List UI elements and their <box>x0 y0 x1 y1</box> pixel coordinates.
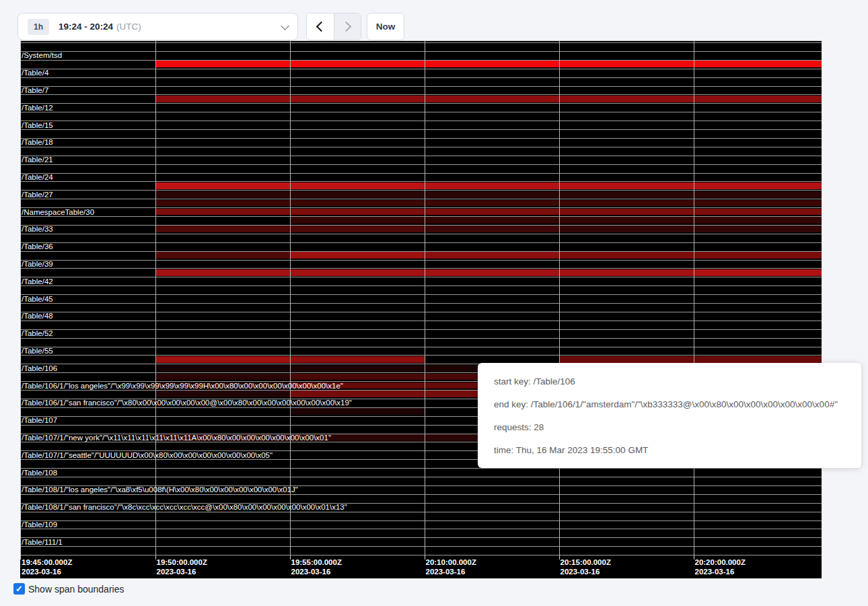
row-label: /Table/4 <box>22 69 48 77</box>
chevron-left-icon <box>316 22 327 32</box>
span-boundary-line <box>20 312 822 312</box>
heat-band <box>560 269 694 276</box>
heat-band <box>560 356 694 363</box>
heat-band <box>694 200 822 207</box>
time-range-nav <box>306 13 361 40</box>
span-boundary-line <box>20 86 822 87</box>
x-axis-tick <box>425 556 425 560</box>
next-range-button[interactable] <box>334 13 361 40</box>
span-boundary-line <box>20 321 822 321</box>
row-label: /Table/108/1/"san francisco"/"\x8c\xcc\x… <box>22 503 347 512</box>
row-label: /Table/107 <box>22 416 57 425</box>
span-boundary-line <box>20 156 822 156</box>
plot-left-edge <box>20 41 21 556</box>
now-button[interactable]: Now <box>367 13 404 40</box>
tooltip-line: requests: 28 <box>494 420 845 434</box>
heat-band <box>425 182 559 189</box>
span-boundary-line <box>20 42 822 43</box>
heat-band <box>156 356 290 363</box>
x-axis-label: 19:55:00.000Z 2023-03-16 <box>291 558 342 576</box>
time-range-label: 19:24 - 20:24 <box>59 22 113 32</box>
heat-band <box>560 226 694 232</box>
x-axis-tick <box>694 556 694 560</box>
span-boundary-line <box>20 294 822 295</box>
row-label: /Table/108 <box>22 469 57 477</box>
span-boundary-line <box>20 529 822 529</box>
heat-band <box>291 391 425 397</box>
heat-band <box>156 391 290 397</box>
x-axis-tick <box>20 556 21 560</box>
heat-band <box>156 191 290 198</box>
chevron-right-icon <box>340 22 351 32</box>
time-gridline <box>694 41 694 556</box>
span-boundary-line <box>20 138 822 139</box>
span-boundary-line <box>20 347 822 347</box>
heat-band <box>291 408 425 415</box>
heat-band <box>156 96 290 102</box>
row-label: /Table/48 <box>22 312 53 321</box>
span-boundary-line <box>20 546 822 547</box>
show-span-boundaries-checkbox[interactable]: ✓ <box>13 583 25 595</box>
x-axis-label: 20:10:00.000Z 2023-03-16 <box>426 558 476 576</box>
row-label: /Table/55 <box>22 347 53 356</box>
time-range-dropdown[interactable]: 1h 19:24 - 20:24 (UTC) <box>17 13 298 40</box>
span-boundaries-toggle: ✓ Show span boundaries <box>13 583 124 595</box>
heat-band <box>694 209 822 215</box>
span-boundary-line <box>20 260 822 261</box>
span-boundary-line <box>20 216 822 217</box>
time-gridline <box>290 41 291 556</box>
span-boundary-line <box>20 60 822 61</box>
row-label: /System/tsd <box>22 51 62 60</box>
heat-band <box>156 252 290 259</box>
heat-band <box>291 191 425 198</box>
heat-band <box>694 217 822 224</box>
heat-band <box>156 209 290 215</box>
row-label: /Table/107/1/"seattle"/"UUUUUUD\x00\x80\… <box>22 451 273 460</box>
heat-band <box>156 182 290 189</box>
heat-band <box>694 226 822 232</box>
heat-band <box>291 217 425 224</box>
heat-band <box>560 182 694 189</box>
heat-band <box>425 252 559 259</box>
time-gridline <box>559 41 560 556</box>
span-boundary-line <box>20 268 822 269</box>
heat-band <box>694 61 822 67</box>
prev-range-button[interactable] <box>307 13 334 40</box>
row-label: /Table/18 <box>22 138 53 147</box>
heat-band <box>291 374 425 380</box>
span-boundary-line <box>20 103 822 104</box>
span-boundary-line <box>20 285 822 286</box>
heat-band <box>291 226 425 232</box>
tooltip-line: start key: /Table/106 <box>494 374 845 389</box>
span-boundary-line <box>20 468 822 469</box>
key-visualizer-canvas[interactable]: /System/tsd/Table/4/Table/7/Table/12/Tab… <box>20 40 822 578</box>
heat-band <box>425 226 559 232</box>
row-label: /Table/27 <box>22 191 53 199</box>
row-label: /Table/7 <box>22 86 48 95</box>
span-boundary-line <box>20 51 822 52</box>
span-boundary-line <box>20 112 822 112</box>
heat-band <box>560 252 694 259</box>
row-label: /Table/39 <box>22 260 53 269</box>
heat-band <box>291 61 425 67</box>
row-label: /Table/107/1/"new york"/"\x11\x11\x11\x1… <box>22 434 331 442</box>
span-boundary-line <box>20 537 822 538</box>
heat-band <box>425 209 559 215</box>
row-label: /Table/15 <box>22 121 53 130</box>
chevron-down-icon <box>281 22 289 30</box>
span-boundary-line <box>20 121 822 121</box>
span-boundary-line <box>20 173 822 174</box>
row-label: /Table/109 <box>22 520 57 529</box>
heat-band <box>291 356 425 363</box>
row-label: /Table/106/1/"los angeles"/"\x99\x99\x99… <box>22 382 343 391</box>
span-boundary-line <box>20 164 822 165</box>
heat-band <box>156 226 290 232</box>
tooltip-line: end key: /Table/106/1/"amsterdam"/"\xb33… <box>494 397 845 411</box>
time-gridline <box>155 41 156 556</box>
span-boundary-line <box>20 251 822 252</box>
row-label: /Table/108/1/"los angeles"/"\xa8\xf5\u00… <box>22 485 298 494</box>
heat-band <box>425 200 559 207</box>
x-axis-label: 20:15:00.000Z 2023-03-16 <box>560 558 611 576</box>
x-axis-tick <box>155 556 156 560</box>
heat-band <box>694 191 822 198</box>
